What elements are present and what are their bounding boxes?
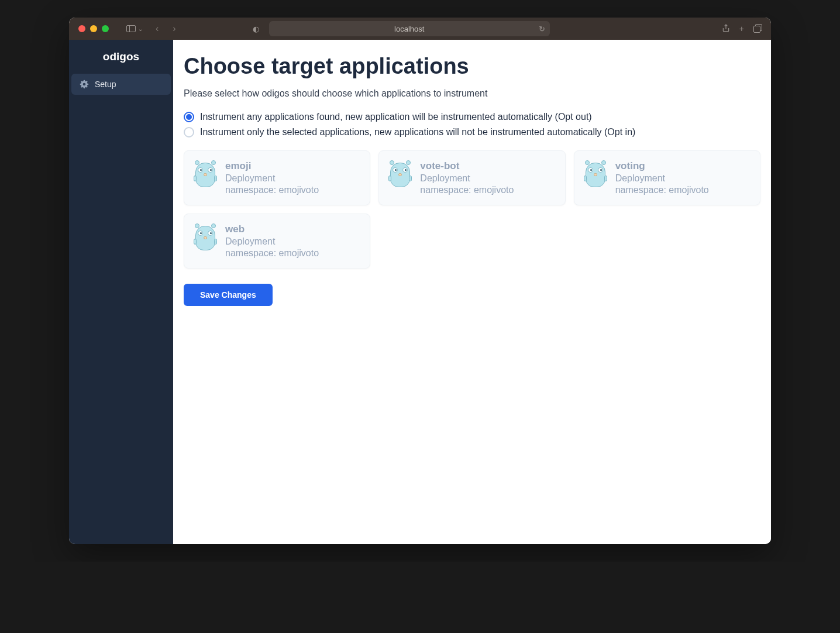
share-icon[interactable]: [722, 24, 730, 34]
sidebar-item-label: Setup: [95, 80, 116, 89]
radio-input[interactable]: [184, 127, 194, 137]
gopher-icon: [388, 160, 412, 188]
save-button[interactable]: Save Changes: [184, 284, 273, 306]
page-subtitle: Please select how odigos should choose w…: [184, 88, 760, 99]
sidebar-item-setup[interactable]: Setup: [71, 74, 171, 95]
address-bar[interactable]: ◐ localhost ↻: [269, 21, 550, 36]
tabs-icon[interactable]: [753, 24, 762, 34]
app-card[interactable]: web Deployment namespace: emojivoto: [184, 214, 370, 269]
close-window-button[interactable]: [78, 25, 85, 32]
page-title: Choose target applications: [184, 54, 760, 79]
app-card[interactable]: voting Deployment namespace: emojivoto: [574, 150, 760, 205]
minimize-window-button[interactable]: [90, 25, 97, 32]
browser-window: ⌄ ‹ › ◐ localhost ↻ + odigos Setup: [69, 18, 771, 544]
app-name: vote-bot: [420, 160, 555, 172]
shield-icon: ◐: [253, 25, 259, 33]
card-body: voting Deployment namespace: emojivoto: [615, 160, 751, 195]
maximize-window-button[interactable]: [102, 25, 109, 32]
app-kind: Deployment: [225, 173, 360, 184]
app-namespace: namespace: emojivoto: [225, 248, 360, 259]
app-card[interactable]: vote-bot Deployment namespace: emojivoto: [378, 150, 565, 205]
app-kind: Deployment: [420, 173, 555, 184]
gopher-icon: [194, 223, 217, 252]
traffic-lights: [78, 25, 109, 32]
app-namespace: namespace: emojivoto: [615, 185, 751, 195]
brand: odigos: [69, 50, 173, 63]
card-body: emoji Deployment namespace: emojivoto: [225, 160, 360, 195]
radio-label: Instrument any applications found, new a…: [200, 112, 592, 122]
app-kind: Deployment: [225, 236, 360, 247]
address-text: localhost: [394, 25, 424, 33]
card-body: vote-bot Deployment namespace: emojivoto: [420, 160, 555, 195]
new-tab-icon[interactable]: +: [739, 24, 744, 34]
sidebar-toggle-button[interactable]: ⌄: [123, 24, 146, 33]
app-name: emoji: [225, 160, 360, 172]
radio-opt-in[interactable]: Instrument only the selected application…: [184, 127, 760, 137]
gear-icon: [80, 80, 89, 89]
radio-group: Instrument any applications found, new a…: [184, 112, 760, 137]
radio-label: Instrument only the selected application…: [200, 127, 635, 137]
radio-input[interactable]: [184, 112, 194, 122]
app-name: voting: [615, 160, 751, 172]
app-namespace: namespace: emojivoto: [420, 185, 555, 195]
titlebar: ⌄ ‹ › ◐ localhost ↻ +: [69, 18, 771, 40]
content: odigos Setup Choose target applications …: [69, 40, 771, 544]
radio-opt-out[interactable]: Instrument any applications found, new a…: [184, 112, 760, 122]
main: Choose target applications Please select…: [173, 40, 771, 544]
card-body: web Deployment namespace: emojivoto: [225, 223, 360, 259]
app-namespace: namespace: emojivoto: [225, 185, 360, 195]
app-cards: emoji Deployment namespace: emojivoto vo…: [184, 150, 760, 269]
app-card[interactable]: emoji Deployment namespace: emojivoto: [184, 150, 370, 205]
titlebar-right: +: [722, 24, 762, 34]
forward-button[interactable]: ›: [168, 23, 180, 34]
reload-icon[interactable]: ↻: [539, 25, 545, 33]
sidebar-icon: [126, 25, 136, 32]
gopher-icon: [194, 160, 217, 188]
sidebar: odigos Setup: [69, 40, 173, 544]
app-name: web: [225, 223, 360, 235]
chevron-down-icon: ⌄: [138, 26, 143, 32]
back-button[interactable]: ‹: [151, 23, 163, 34]
gopher-icon: [584, 160, 607, 188]
app-kind: Deployment: [615, 173, 751, 184]
